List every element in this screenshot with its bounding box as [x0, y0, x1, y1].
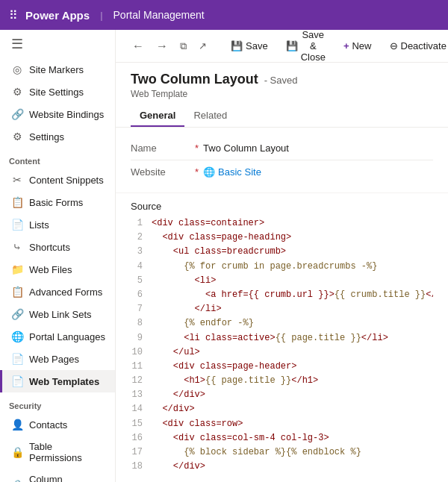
code-line: 16 <div class=col-sm-4 col-lg-3>: [131, 431, 433, 445]
line-content: </div>: [152, 388, 433, 402]
forward-button[interactable]: →: [152, 37, 172, 56]
line-number: 9: [131, 331, 152, 345]
contacts-icon: 👤: [11, 419, 23, 431]
website-bindings-icon: 🔗: [11, 108, 23, 120]
name-field-row: Name * Two Column Layout: [131, 137, 433, 160]
sidebar-item-settings[interactable]: ⚙ Settings: [0, 125, 115, 148]
main-layout: ☰ ◎ Site Markers ⚙ Site Settings 🔗 Websi…: [0, 30, 448, 482]
line-number: 4: [131, 260, 152, 274]
line-number: 3: [131, 245, 152, 259]
code-area[interactable]: 1<div class=container>2 <div class=page-…: [131, 216, 433, 473]
line-content: <a href={{ crumb.url }}>{{ crumb.title }…: [152, 288, 433, 302]
sidebar-item-web-templates[interactable]: 📄 Web Templates: [0, 370, 115, 392]
line-number: 15: [131, 417, 152, 431]
grid-icon[interactable]: ⠿: [9, 8, 18, 22]
code-line: 3 <ul class=breadcrumb>: [131, 245, 433, 259]
lists-icon: 📄: [11, 219, 23, 231]
page-saved-status: - Saved: [264, 75, 298, 86]
web-pages-icon: 📄: [11, 353, 23, 365]
line-number: 16: [131, 431, 152, 445]
sidebar-item-web-files[interactable]: 📁 Web Files: [0, 258, 115, 281]
sidebar: ☰ ◎ Site Markers ⚙ Site Settings 🔗 Websi…: [0, 30, 116, 482]
line-number: 2: [131, 231, 152, 245]
module-name: Portal Management: [113, 9, 205, 21]
sidebar-item-lists[interactable]: 📄 Lists: [0, 213, 115, 236]
line-content: <div class=container>: [152, 216, 433, 231]
code-line: 15 <div class=row>: [131, 417, 433, 431]
code-line: 18 </div>: [131, 460, 433, 473]
settings-icon: ⚙: [11, 131, 23, 143]
line-content: </div>: [152, 460, 433, 473]
security-section-label: Security: [0, 392, 115, 413]
sidebar-collapse[interactable]: ☰: [0, 30, 115, 58]
line-content: <div class=page-heading>: [152, 231, 433, 245]
table-permissions-icon: 🔒: [11, 446, 23, 458]
topbar: ⠿ Power Apps | Portal Management: [0, 0, 448, 30]
sidebar-item-column-permissions[interactable]: 🔒 Column Permissio...: [0, 469, 115, 482]
sidebar-label-web-link-sets: Web Link Sets: [29, 309, 92, 320]
sidebar-item-content-snippets[interactable]: ✂ Content Snippets: [0, 169, 115, 191]
command-bar: ← → ⧉ ↗ 💾 Save 💾 Save & Close + New ⊖ De…: [116, 30, 448, 63]
sidebar-item-site-markers[interactable]: ◎ Site Markers: [0, 58, 115, 81]
sidebar-item-web-link-sets[interactable]: 🔗 Web Link Sets: [0, 303, 115, 325]
save-icon: 💾: [231, 40, 243, 51]
back-button[interactable]: ←: [128, 37, 149, 56]
sidebar-label-lists: Lists: [29, 219, 49, 231]
code-line: 5 <li>: [131, 274, 433, 288]
basic-forms-icon: 📋: [11, 196, 23, 208]
website-link[interactable]: 🌐 Basic Site: [203, 166, 433, 178]
code-line: 14 </div>: [131, 402, 433, 416]
name-value: Two Column Layout: [203, 143, 433, 154]
line-content: <li class=active>{{ page.title }}</li>: [152, 331, 433, 345]
sidebar-label-content-snippets: Content Snippets: [29, 175, 104, 186]
line-content: </div>: [152, 402, 433, 416]
sidebar-item-portal-languages[interactable]: 🌐 Portal Languages: [0, 325, 115, 348]
line-content: <li>: [152, 274, 433, 288]
sidebar-label-web-templates: Web Templates: [29, 376, 99, 387]
form-section: Name * Two Column Layout Website * 🌐 Bas…: [116, 128, 448, 193]
line-content: <ul class=breadcrumb>: [152, 245, 433, 259]
website-value: 🌐 Basic Site: [203, 166, 433, 178]
page-subtitle: Web Template: [131, 89, 433, 99]
line-content: <div class=col-sm-4 col-lg-3>: [152, 431, 433, 445]
app-name: Power Apps: [25, 9, 90, 22]
line-content: <div class=page-header>: [152, 360, 433, 374]
tab-related[interactable]: Related: [184, 105, 236, 127]
web-templates-icon: 📄: [11, 375, 23, 387]
tab-general[interactable]: General: [131, 105, 184, 127]
web-link-sets-icon: 🔗: [11, 308, 23, 320]
line-number: 6: [131, 288, 152, 302]
web-files-icon: 📁: [11, 263, 23, 275]
deactivate-button[interactable]: ⊖ Deactivate: [382, 37, 449, 54]
source-section: Source 1<div class=container>2 <div clas…: [116, 193, 448, 482]
sidebar-item-basic-forms[interactable]: 📋 Basic Forms: [0, 191, 115, 213]
save-button[interactable]: 💾 Save: [223, 37, 276, 54]
code-line: 6 <a href={{ crumb.url }}>{{ crumb.title…: [131, 288, 433, 302]
line-number: 12: [131, 374, 152, 388]
sidebar-item-shortcuts[interactable]: ⤷ Shortcuts: [0, 236, 115, 258]
sidebar-item-website-bindings[interactable]: 🔗 Website Bindings: [0, 103, 115, 125]
line-content: </li>: [152, 302, 433, 316]
open-button[interactable]: ↗: [194, 37, 211, 54]
content-snippets-icon: ✂: [11, 174, 23, 186]
line-number: 10: [131, 345, 152, 360]
sidebar-item-contacts[interactable]: 👤 Contacts: [0, 413, 115, 436]
advanced-forms-icon: 📋: [11, 286, 23, 298]
deactivate-icon: ⊖: [390, 40, 398, 51]
sidebar-item-advanced-forms[interactable]: 📋 Advanced Forms: [0, 281, 115, 303]
new-icon: +: [343, 40, 349, 51]
sidebar-item-site-settings[interactable]: ⚙ Site Settings: [0, 81, 115, 103]
line-number: 17: [131, 445, 152, 460]
code-line: 8 {% endfor -%}: [131, 316, 433, 331]
code-line: 11 <div class=page-header>: [131, 360, 433, 374]
save-close-button[interactable]: 💾 Save & Close: [279, 30, 333, 66]
name-label: Name: [131, 143, 190, 154]
code-line: 1<div class=container>: [131, 216, 433, 231]
sidebar-label-advanced-forms: Advanced Forms: [29, 287, 102, 298]
sidebar-item-web-pages[interactable]: 📄 Web Pages: [0, 348, 115, 370]
sidebar-item-table-permissions[interactable]: 🔒 Table Permissions: [0, 436, 115, 469]
copy-button[interactable]: ⧉: [175, 37, 191, 55]
new-button[interactable]: + New: [336, 37, 379, 54]
sidebar-label-shortcuts: Shortcuts: [29, 242, 70, 253]
column-permissions-icon: 🔒: [11, 479, 23, 482]
